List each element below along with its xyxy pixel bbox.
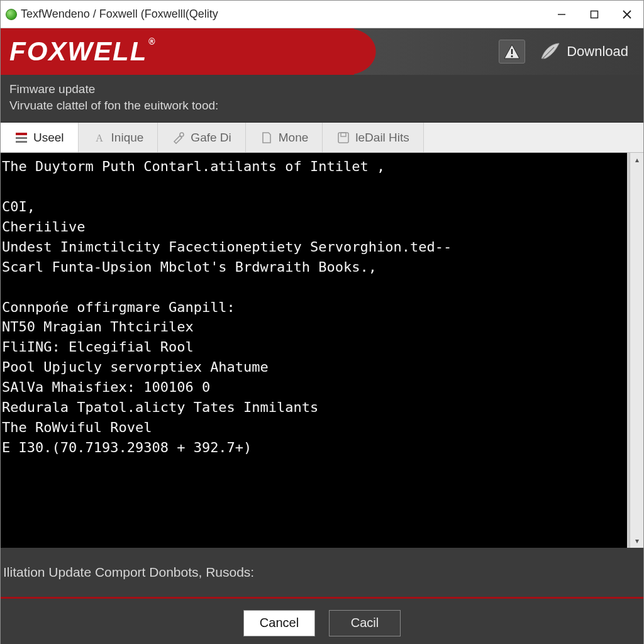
window-title: TexfWendeno / Foxwell (Foxwelll(Qelity (21, 8, 218, 21)
svg-rect-10 (16, 141, 27, 143)
cancel-button[interactable]: Cancel (243, 610, 315, 636)
scroll-track[interactable] (630, 167, 643, 534)
download-button[interactable]: Download (539, 42, 628, 61)
status-text: Ilitation Update Comport Donbots, Rusods… (3, 565, 254, 580)
tool-icon (172, 131, 186, 145)
registered-mark: ® (148, 36, 156, 47)
titlebar: TexfWendeno / Foxwell (Foxwelll(Qelity (1, 1, 643, 28)
minimize-button[interactable] (545, 1, 578, 28)
content-area: The Duytorm Puth Contarl.atilants of Int… (1, 153, 643, 548)
tab-inique[interactable]: A Inique (79, 123, 158, 152)
window-controls (545, 1, 643, 28)
close-button[interactable] (611, 1, 643, 28)
tab-label: Useel (33, 131, 64, 145)
maximize-button[interactable] (578, 1, 611, 28)
list-icon (14, 131, 28, 145)
letter-a-icon: A (92, 131, 106, 145)
svg-rect-13 (338, 133, 348, 143)
tab-useel[interactable]: Useel (1, 123, 79, 152)
svg-rect-1 (591, 11, 598, 18)
svg-rect-9 (16, 137, 27, 139)
sub-description-title: Fimware update (9, 81, 633, 97)
sub-description-text: Virvuate clattel of fon the euitwork too… (9, 97, 633, 114)
app-window: TexfWendeno / Foxwell (Foxwelll(Qelity F… (0, 0, 644, 644)
sub-description: Fimware update Virvuate clattel of fon t… (1, 75, 643, 123)
tab-label: Inique (111, 131, 144, 145)
secondary-button[interactable]: Cacil (329, 610, 401, 636)
tab-label: Gafe Di (191, 131, 231, 145)
download-label: Download (567, 43, 628, 60)
tab-strip: Useel A Inique Gafe Di Mone leDail Hits (1, 123, 643, 153)
console-output[interactable]: The Duytorm Puth Contarl.atilants of Int… (1, 153, 630, 548)
app-icon (6, 9, 17, 20)
brand-logo: FOXWELL® (9, 36, 157, 67)
scroll-down-arrow[interactable]: ▾ (630, 534, 643, 548)
scrollbar[interactable]: ▴ ▾ (630, 153, 643, 548)
svg-point-6 (511, 55, 513, 57)
brand-logo-text: FOXWELL (9, 36, 147, 67)
save-icon (336, 131, 350, 145)
footer: Cancel Cacil (1, 597, 643, 644)
alert-icon[interactable] (499, 40, 525, 64)
scroll-up-arrow[interactable]: ▴ (630, 153, 643, 167)
tab-label: leDail Hits (355, 131, 409, 145)
page-icon (260, 131, 274, 145)
tab-ledailhits[interactable]: leDail Hits (323, 123, 424, 152)
svg-text:A: A (96, 133, 103, 143)
tab-mone[interactable]: Mone (246, 123, 323, 152)
tab-gafedi[interactable]: Gafe Di (158, 123, 245, 152)
tab-label: Mone (279, 131, 309, 145)
svg-point-12 (180, 133, 184, 136)
svg-rect-8 (16, 133, 27, 135)
brand-band: FOXWELL® Download (1, 28, 643, 75)
svg-rect-14 (341, 133, 346, 136)
status-line: Ilitation Update Comport Donbots, Rusods… (1, 548, 643, 597)
feather-icon (539, 42, 560, 61)
